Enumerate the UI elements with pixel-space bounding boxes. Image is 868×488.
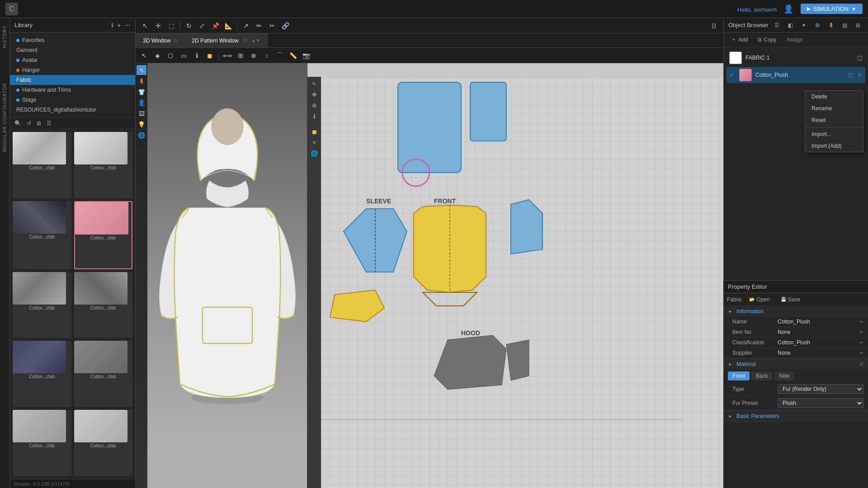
basic-params-header[interactable]: Basic Parameters bbox=[723, 411, 868, 422]
ob-settings-icon[interactable]: ⚙ bbox=[812, 20, 823, 31]
pin-tool[interactable]: 📌 bbox=[209, 20, 221, 32]
select-rect-tool[interactable]: ⬚ bbox=[165, 20, 177, 32]
lib-list-btn[interactable]: ☰ bbox=[45, 119, 53, 127]
fabric-thumb-9[interactable]: Cotton...zfab bbox=[13, 410, 71, 476]
2d-left-nav[interactable]: ✥ bbox=[309, 89, 319, 99]
ob-extra-icon[interactable]: ⊞ bbox=[853, 20, 863, 31]
lib-search-btn[interactable]: 🔍 bbox=[13, 119, 23, 127]
nav-garment[interactable]: Garment bbox=[10, 45, 135, 55]
mat-tab-side[interactable]: Side bbox=[774, 371, 794, 380]
cut-tool[interactable]: ✂ bbox=[266, 20, 278, 32]
fabric1-settings[interactable]: ⊡ bbox=[857, 54, 863, 62]
vp-texture[interactable]: 🖼 bbox=[137, 108, 146, 118]
mat-tab-front[interactable]: Front bbox=[728, 371, 750, 380]
lib-refresh-btn[interactable]: ↺ bbox=[25, 119, 33, 127]
2d-left-info[interactable]: ℹ bbox=[309, 111, 319, 121]
ob-add-btn[interactable]: ＋ Add bbox=[727, 34, 751, 45]
ctx-delete[interactable]: Delete bbox=[805, 91, 863, 103]
select-tool[interactable]: ↖ bbox=[139, 20, 151, 32]
library-info-icon[interactable]: ℹ bbox=[111, 22, 113, 28]
rotate-tool[interactable]: ↻ bbox=[183, 20, 195, 32]
2d-select[interactable]: ↖ bbox=[138, 50, 150, 61]
vp-avatar[interactable]: 👤 bbox=[137, 98, 146, 108]
2d-segment[interactable]: ⬡ bbox=[165, 50, 176, 61]
fabric-item-1[interactable]: FABRIC 1 ⊡ bbox=[726, 50, 865, 66]
2d-left-layers[interactable]: ≡ bbox=[309, 137, 319, 147]
mat-tab-back[interactable]: Back bbox=[751, 371, 773, 380]
ob-copy-btn[interactable]: ⧉ Copy bbox=[754, 35, 780, 44]
2d-left-cursor[interactable]: ↖ bbox=[309, 79, 319, 89]
tab-3d-expand[interactable]: ⊡ bbox=[173, 38, 177, 43]
user-avatar-icon[interactable]: 👤 bbox=[783, 5, 793, 14]
prop-open-btn[interactable]: 📂 Open bbox=[745, 295, 773, 304]
stitch-tool[interactable]: 🔗 bbox=[279, 20, 291, 32]
class-edit-btn[interactable]: ✏ bbox=[859, 340, 863, 346]
name-edit-btn[interactable]: ✏ bbox=[859, 319, 863, 325]
nav-resources[interactable]: RESOURCES_digitalfashiontutor bbox=[10, 105, 135, 115]
type-select[interactable]: Fur (Render Only) bbox=[778, 384, 863, 394]
ob-avatar-icon[interactable]: 🧍 bbox=[826, 20, 836, 31]
tab-2d-close[interactable]: ▲▼ bbox=[251, 38, 260, 43]
fabric-item-cotton-plush[interactable]: ✓ Cotton_Plush ⊡ ✕ bbox=[726, 67, 865, 83]
vp-cursor[interactable]: ↖ bbox=[137, 65, 146, 75]
nav-stage[interactable]: Stage bbox=[10, 95, 135, 105]
scale-tool[interactable]: ⤢ bbox=[196, 20, 208, 32]
2d-sync[interactable]: ↕ bbox=[261, 50, 273, 61]
simulation-button[interactable]: ▶ SIMULATION ▼ bbox=[801, 4, 863, 14]
prop-save-btn[interactable]: 💾 Save bbox=[777, 295, 804, 304]
nav-hanger[interactable]: Hanger bbox=[10, 65, 135, 75]
vp-sphere[interactable]: 🌐 bbox=[137, 130, 146, 140]
nav-hardware-trims[interactable]: Hardware and Trims bbox=[10, 85, 135, 95]
2d-arrange[interactable]: ⊞ bbox=[235, 50, 246, 61]
fabric-thumb-1[interactable]: Cotton...zfab bbox=[13, 132, 71, 198]
2d-stitch[interactable]: ⌒ bbox=[274, 50, 286, 61]
library-more-icon[interactable]: ⋯ bbox=[125, 22, 131, 28]
ob-render-icon[interactable]: ▤ bbox=[839, 20, 850, 31]
vp-render[interactable]: 💡 bbox=[137, 119, 146, 129]
2d-measure[interactable]: 📏 bbox=[287, 50, 299, 61]
ob-assign-btn[interactable]: Assign bbox=[783, 35, 806, 44]
info-section-header[interactable]: Information bbox=[723, 306, 868, 317]
fabric2-copy[interactable]: ⊡ bbox=[848, 71, 854, 79]
move-tool[interactable]: ✛ bbox=[152, 20, 164, 32]
fabric-thumb-7[interactable]: Cotton...zfab bbox=[13, 341, 71, 407]
material-refresh[interactable]: ↺ bbox=[859, 361, 863, 367]
ob-list-icon[interactable]: ☰ bbox=[771, 20, 782, 31]
tab-2d-expand[interactable]: ⊡ bbox=[243, 38, 247, 43]
2d-info[interactable]: ℹ bbox=[191, 50, 203, 61]
fabric-thumb-3[interactable]: Cotton...zfab bbox=[13, 201, 71, 269]
2d-camera[interactable]: 📷 bbox=[300, 50, 312, 61]
2d-outline[interactable]: ▭ bbox=[178, 50, 189, 61]
2d-left-color[interactable]: ◼ bbox=[309, 127, 319, 136]
fabric-thumb-5[interactable]: Cotton...zfab bbox=[13, 272, 71, 338]
ctx-rename[interactable]: Rename bbox=[805, 103, 863, 114]
ob-material-icon[interactable]: ◧ bbox=[785, 20, 796, 31]
vp-body[interactable]: 🧍 bbox=[137, 76, 146, 86]
material-section-header[interactable]: Material ↺ bbox=[723, 359, 868, 370]
fabric-thumb-10[interactable]: Cotton...zfab bbox=[74, 410, 133, 476]
fur-preset-select[interactable]: Plush bbox=[778, 398, 863, 408]
ctx-import[interactable]: Import... bbox=[805, 128, 863, 140]
2d-snap[interactable]: ⊕ bbox=[248, 50, 259, 61]
fabric-thumb-8[interactable]: Cotton...zfab bbox=[74, 341, 133, 407]
expand-btn[interactable]: ⟩⟩ bbox=[708, 20, 720, 32]
fabric-thumb-2[interactable]: Cotton...zfab bbox=[74, 132, 133, 198]
supplier-edit-btn[interactable]: ✏ bbox=[859, 350, 863, 356]
fold-tool[interactable]: 📐 bbox=[222, 20, 234, 32]
library-add-icon[interactable]: ＋ bbox=[116, 21, 122, 29]
nav-fabric[interactable]: Fabric bbox=[10, 75, 135, 85]
2d-mirror[interactable]: ⟺ bbox=[222, 50, 233, 61]
lib-grid-btn[interactable]: ⊞ bbox=[35, 119, 43, 127]
itemno-edit-btn[interactable]: ✏ bbox=[859, 329, 863, 335]
nav-favorites[interactable]: Favorites bbox=[10, 35, 135, 45]
ctx-import-add[interactable]: Import (Add) bbox=[805, 140, 863, 152]
2d-point-edit[interactable]: ◈ bbox=[151, 50, 163, 61]
edit-tool[interactable]: ✏ bbox=[253, 20, 265, 32]
tab-2d-pattern[interactable]: 2D Pattern Window ⊡ ▲▼ bbox=[184, 33, 268, 47]
2d-color[interactable]: ◼ bbox=[204, 50, 216, 61]
cursor-tool[interactable]: ↗ bbox=[240, 20, 252, 32]
2d-left-zoom[interactable]: ⊕ bbox=[309, 100, 319, 110]
nav-avatar[interactable]: Avatar bbox=[10, 55, 135, 65]
2d-left-globe[interactable]: 🌐 bbox=[309, 148, 319, 158]
vp-garment[interactable]: 👕 bbox=[137, 87, 146, 97]
